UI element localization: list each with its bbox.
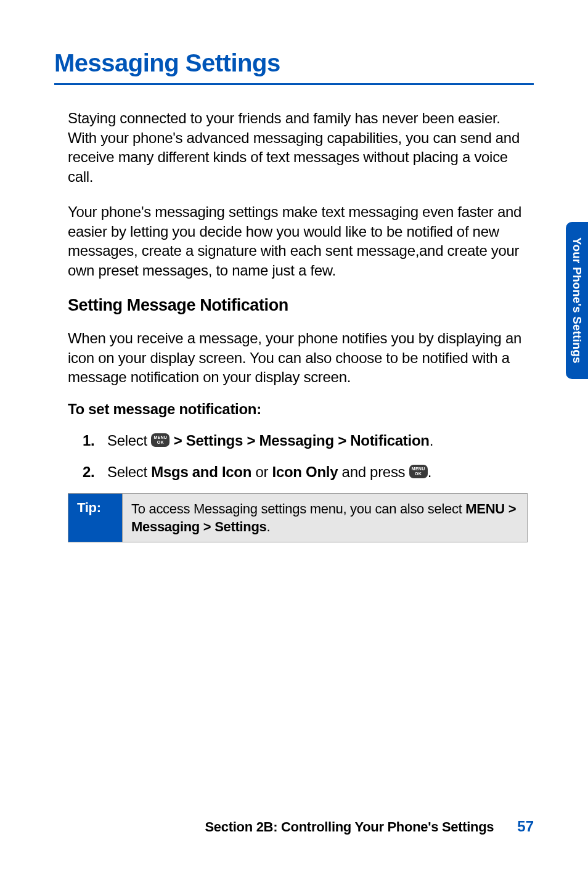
step-2-bold1: Msgs and Icon (151, 463, 251, 480)
tip-prefix: To access Messaging settings menu, you c… (131, 501, 465, 517)
step-2-text: Select Msgs and Icon or Icon Only and pr… (107, 462, 515, 482)
step-1-text: Select MENU OK > Settings > Messaging > … (107, 430, 515, 451)
page-title: Messaging Settings (54, 49, 534, 85)
step-2-prefix: Select (107, 463, 151, 480)
tip-box: Tip: To access Messaging settings menu, … (68, 493, 528, 542)
intro-paragraph-1: Staying connected to your friends and fa… (68, 108, 528, 186)
menu-icon-line2: OK (157, 440, 164, 445)
menu-ok-icon: MENU OK (409, 465, 428, 478)
step-2-suffix: . (428, 463, 431, 480)
tip-content: To access Messaging settings menu, you c… (123, 494, 527, 542)
menu-icon-line1: MENU (153, 435, 167, 440)
steps-list: 1. Select MENU OK > Settings > Messaging… (68, 430, 528, 482)
step-1-suffix: . (430, 432, 433, 449)
menu-ok-icon: MENU OK (151, 433, 169, 447)
intro-paragraph-2: Your phone's messaging settings make tex… (68, 202, 528, 280)
step-1-path: > Settings > Messaging > Notification (174, 432, 430, 449)
step-2-number: 2. (83, 462, 107, 482)
section-header: Setting Message Notification (68, 296, 528, 315)
step-1-number: 1. (83, 430, 107, 451)
menu-icon-line1: MENU (412, 467, 425, 472)
notification-intro: When you receive a message, your phone n… (68, 329, 528, 387)
tip-suffix: . (267, 519, 271, 534)
step-2-mid2: and press (338, 463, 409, 480)
step-2-mid: or (251, 463, 272, 480)
footer-page-number: 57 (517, 818, 534, 835)
page-footer: Section 2B: Controlling Your Phone's Set… (0, 818, 588, 835)
step-1: 1. Select MENU OK > Settings > Messaging… (83, 430, 515, 451)
step-1-prefix: Select (107, 432, 147, 449)
step-2: 2. Select Msgs and Icon or Icon Only and… (83, 462, 515, 482)
sub-header: To set message notification: (68, 401, 528, 418)
side-tab: Your Phone's Settings (566, 222, 588, 379)
side-tab-label: Your Phone's Settings (570, 237, 584, 364)
step-2-bold2: Icon Only (272, 463, 338, 480)
tip-label: Tip: (68, 494, 123, 542)
content-area: Staying connected to your friends and fa… (54, 108, 534, 542)
footer-section-text: Section 2B: Controlling Your Phone's Set… (205, 819, 494, 835)
menu-icon-line2: OK (415, 472, 422, 476)
